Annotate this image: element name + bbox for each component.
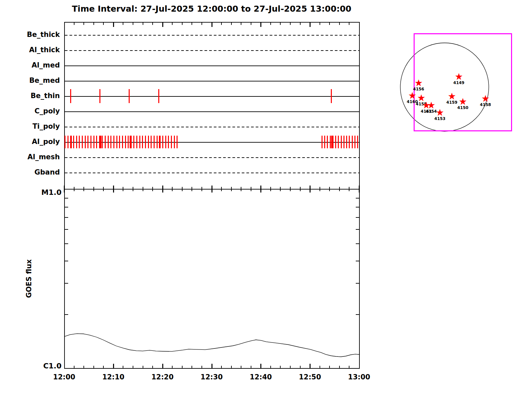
filter-timeline-panel — [64, 22, 360, 190]
exposure-tick — [357, 136, 358, 148]
exposure-tick — [65, 136, 66, 148]
time-tick-mid — [172, 187, 173, 191]
time-tick-top — [300, 23, 301, 25]
time-tick-top — [349, 23, 349, 25]
channel-label-al_mesh: Al_mesh — [4, 153, 60, 161]
time-tick-mid — [310, 186, 311, 193]
time-tick-top — [260, 23, 261, 27]
time-tick-top — [211, 23, 212, 27]
exposure-tick — [145, 136, 146, 148]
time-tick-mid — [349, 187, 349, 191]
goes-y-minor-tick-left — [65, 314, 68, 315]
channel-line-be_thin — [65, 96, 359, 97]
exposure-tick — [82, 136, 83, 148]
time-tick-top — [290, 23, 291, 25]
time-tick-mid — [260, 186, 261, 193]
channel-label-ti_poly: Ti_poly — [4, 122, 60, 130]
exposure-tick — [322, 136, 323, 148]
time-tick-top — [270, 23, 271, 25]
time-tick-mid — [231, 187, 232, 191]
channel-label-be_med: Be_med — [4, 76, 60, 84]
exposure-tick — [162, 136, 163, 148]
exposure-tick — [331, 89, 332, 103]
exposure-tick — [122, 136, 123, 148]
goes-y-minor-tick-right — [356, 243, 359, 244]
time-tick-mid — [359, 186, 360, 193]
time-tick-bottom — [251, 366, 251, 368]
time-tick-mid — [339, 187, 340, 191]
channel-line-al_poly — [65, 142, 359, 143]
channel-line-gband — [65, 173, 359, 173]
time-tick-mid — [290, 187, 291, 191]
time-tick-top — [241, 23, 241, 25]
goes-y-minor-tick-left — [65, 261, 68, 261]
time-tick-bottom — [211, 364, 212, 368]
time-tick-mid — [251, 187, 251, 191]
time-tick-bottom — [152, 366, 153, 368]
goes-y-minor-tick-left — [65, 283, 68, 284]
exposure-tick — [113, 136, 114, 148]
time-tick-mid — [192, 187, 192, 191]
time-tick-top — [113, 23, 114, 27]
exposure-tick — [93, 136, 94, 148]
time-axis-label: 13:00 — [342, 373, 376, 381]
time-tick-top — [133, 23, 133, 25]
goes-flux-panel — [64, 189, 360, 369]
time-tick-mid — [211, 186, 212, 193]
exposure-tick — [171, 136, 172, 148]
time-tick-top — [103, 23, 104, 25]
exposure-tick — [154, 136, 155, 148]
time-tick-mid — [64, 186, 65, 193]
goes-y-minor-tick-left — [65, 217, 68, 218]
time-axis-label: 12:20 — [146, 373, 179, 381]
time-tick-top — [251, 23, 251, 25]
time-tick-bottom — [290, 366, 291, 368]
time-tick-mid — [300, 187, 301, 191]
time-tick-top — [201, 23, 202, 25]
channel-line-c_poly — [65, 111, 359, 112]
channel-line-ti_poly — [65, 127, 359, 127]
time-tick-top — [280, 23, 281, 25]
time-tick-mid — [329, 187, 330, 191]
time-tick-bottom — [83, 366, 84, 368]
time-tick-bottom — [113, 364, 114, 368]
channel-label-be_thick: Be_thick — [4, 31, 60, 39]
exposure-tick — [128, 136, 129, 148]
exposure-tick — [90, 136, 91, 148]
exposure-tick — [324, 136, 325, 148]
channel-label-al_med: Al_med — [4, 61, 60, 69]
exposure-tick — [105, 136, 106, 148]
ar-label-4158: 4158 — [478, 102, 493, 107]
ar-star-4153: ★ — [435, 108, 445, 117]
time-tick-top — [339, 23, 340, 25]
exposure-tick — [96, 136, 97, 148]
ar-star-4156: ★ — [413, 78, 424, 88]
exposure-tick — [177, 136, 178, 148]
time-tick-mid — [113, 186, 114, 193]
exposure-tick — [85, 136, 86, 148]
goes-y-minor-tick-right — [356, 207, 359, 207]
exposure-tick — [157, 136, 158, 148]
exposure-tick — [158, 89, 159, 103]
exposure-tick — [341, 136, 342, 148]
time-tick-bottom — [310, 364, 311, 368]
time-tick-top — [182, 23, 183, 25]
exposure-tick — [338, 136, 339, 148]
exposure-tick-bold — [70, 136, 72, 148]
exposure-tick-bold — [331, 136, 333, 148]
time-tick-top — [320, 23, 320, 25]
exposure-tick — [76, 136, 77, 148]
channel-line-al_mesh — [65, 157, 359, 158]
time-tick-top — [74, 23, 74, 25]
time-tick-top — [162, 23, 163, 27]
time-tick-bottom — [339, 366, 340, 368]
goes-y-minor-tick-right — [356, 283, 359, 284]
time-tick-bottom — [103, 366, 104, 368]
exposure-tick — [343, 136, 344, 148]
y-axis-top-label: M1.0 — [18, 188, 62, 197]
time-tick-top — [231, 23, 232, 25]
exposure-tick — [73, 136, 74, 148]
time-tick-mid — [133, 187, 133, 191]
time-tick-bottom — [172, 366, 173, 368]
time-tick-bottom — [201, 366, 202, 368]
